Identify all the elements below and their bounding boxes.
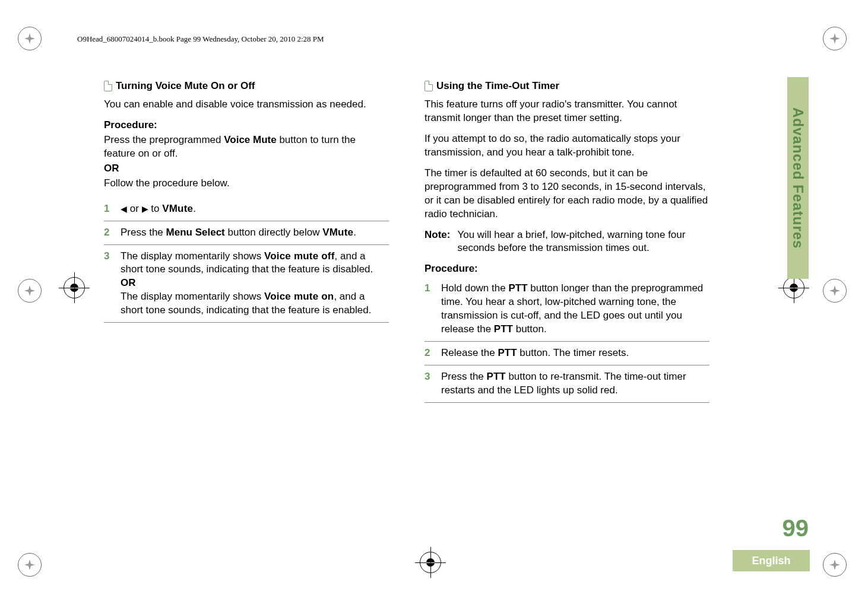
body-text: This feature turns off your radio's tran… (425, 98, 709, 125)
section-tab: Advanced Features (787, 77, 809, 279)
svg-marker-3 (829, 559, 840, 570)
registration-mark (18, 553, 45, 580)
registration-mark (823, 279, 850, 306)
list-item: 2 Press the Menu Select button directly … (104, 221, 389, 244)
or-label: OR (104, 162, 389, 176)
svg-marker-4 (24, 285, 35, 296)
note-block: Note: You will hear a brief, low-pitched… (425, 228, 709, 256)
procedure-label: Procedure: (104, 119, 389, 132)
page-content: Turning Voice Mute On or Off You can ena… (104, 80, 757, 403)
intro-text: You can enable and disable voice transmi… (104, 98, 389, 112)
svg-marker-2 (24, 559, 35, 570)
section-heading-voice-mute: Turning Voice Mute On or Off (104, 80, 389, 92)
crop-target (59, 273, 89, 303)
procedure-list: 1 ◀ or ▶ to VMute. 2 Press the Menu Sele… (104, 198, 389, 323)
procedure-list: 1 Hold down the PTT button longer than t… (425, 277, 709, 403)
section-heading-timeout: Using the Time-Out Timer (425, 80, 709, 92)
pre-step-text: Follow the procedure below. (104, 177, 389, 190)
registration-mark (18, 279, 45, 306)
crop-target (416, 548, 445, 577)
body-text: The timer is defaulted at 60 seconds, bu… (425, 167, 709, 221)
print-header: O9Head_68007024014_b.book Page 99 Wednes… (77, 34, 324, 44)
list-item: 2 Release the PTT button. The timer rese… (425, 341, 709, 365)
note-label: Note: (425, 228, 450, 256)
registration-mark (18, 27, 45, 54)
svg-marker-5 (829, 285, 840, 296)
document-icon (104, 81, 112, 91)
svg-marker-0 (24, 33, 35, 44)
pre-step-text: Press the preprogrammed Voice Mute butto… (104, 133, 389, 161)
list-item: 1 ◀ or ▶ to VMute. (104, 198, 389, 221)
registration-mark (823, 27, 850, 54)
list-item: 3 Press the PTT button to re-transmit. T… (425, 365, 709, 403)
note-text: You will hear a brief, low-pitched, warn… (457, 228, 709, 256)
page-number: 99 (761, 515, 809, 542)
left-arrow-icon: ◀ (121, 204, 127, 214)
right-column: Using the Time-Out Timer This feature tu… (425, 80, 709, 403)
list-item: 1 Hold down the PTT button longer than t… (425, 277, 709, 341)
right-arrow-icon: ▶ (142, 204, 148, 214)
left-column: Turning Voice Mute On or Off You can ena… (104, 80, 389, 403)
list-item: 3 The display momentarily shows Voice mu… (104, 244, 389, 323)
svg-marker-1 (829, 33, 840, 44)
registration-mark (823, 553, 850, 580)
body-text: If you attempt to do so, the radio autom… (425, 132, 709, 160)
procedure-label: Procedure: (425, 262, 709, 276)
language-label: English (733, 550, 810, 571)
document-icon (425, 81, 433, 91)
